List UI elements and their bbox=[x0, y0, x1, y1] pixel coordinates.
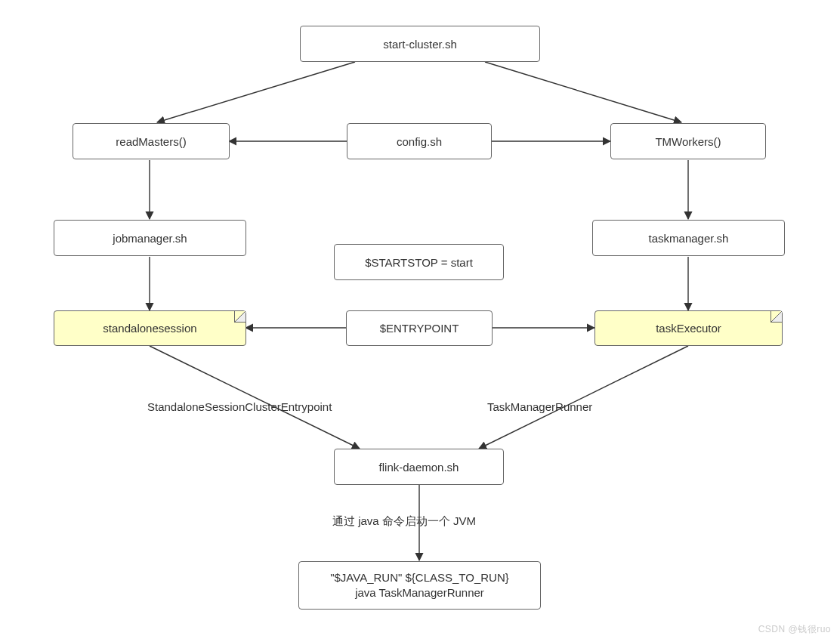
node-jobmanager-sh: jobmanager.sh bbox=[54, 220, 246, 256]
node-read-masters: readMasters() bbox=[73, 123, 230, 159]
svg-line-10 bbox=[150, 346, 360, 449]
node-taskmanager-sh-label: taskmanager.sh bbox=[649, 232, 729, 245]
label-standalone-entrypoint: StandaloneSessionClusterEntrypoint bbox=[147, 400, 332, 413]
node-task-executor-label: taskExecutor bbox=[656, 322, 721, 335]
node-config-sh: config.sh bbox=[347, 123, 492, 159]
node-startstop: $STARTSTOP = start bbox=[334, 244, 504, 280]
svg-line-0 bbox=[157, 62, 355, 122]
node-tm-workers: TMWorkers() bbox=[610, 123, 766, 159]
node-startstop-label: $STARTSTOP = start bbox=[365, 256, 473, 269]
node-jobmanager-sh-label: jobmanager.sh bbox=[113, 232, 187, 245]
node-start-cluster: start-cluster.sh bbox=[300, 26, 540, 62]
node-entrypoint: $ENTRYPOINT bbox=[346, 310, 493, 346]
svg-line-11 bbox=[479, 346, 688, 449]
note-fold-icon bbox=[234, 311, 246, 323]
label-task-manager-runner: TaskManagerRunner bbox=[487, 400, 592, 413]
node-standalonesession: standalonesession bbox=[54, 310, 246, 346]
node-taskmanager-sh: taskmanager.sh bbox=[592, 220, 785, 256]
node-read-masters-label: readMasters() bbox=[116, 135, 186, 148]
node-standalonesession-label: standalonesession bbox=[103, 322, 196, 335]
svg-line-1 bbox=[485, 62, 681, 122]
node-tm-workers-label: TMWorkers() bbox=[655, 135, 721, 148]
node-java-run: "$JAVA_RUN" ${CLASS_TO_RUN} java TaskMan… bbox=[298, 561, 541, 610]
node-start-cluster-label: start-cluster.sh bbox=[383, 38, 457, 51]
node-config-sh-label: config.sh bbox=[397, 135, 442, 148]
node-task-executor: taskExecutor bbox=[594, 310, 783, 346]
node-flink-daemon: flink-daemon.sh bbox=[334, 449, 504, 485]
label-java-cmd: 通过 java 命令启动一个 JVM bbox=[332, 514, 476, 529]
watermark: CSDN @钱很ruo bbox=[758, 623, 831, 636]
node-java-run-label: "$JAVA_RUN" ${CLASS_TO_RUN} java TaskMan… bbox=[330, 570, 509, 601]
node-entrypoint-label: $ENTRYPOINT bbox=[380, 322, 459, 335]
node-flink-daemon-label: flink-daemon.sh bbox=[379, 461, 459, 474]
note-fold-icon bbox=[771, 311, 782, 323]
